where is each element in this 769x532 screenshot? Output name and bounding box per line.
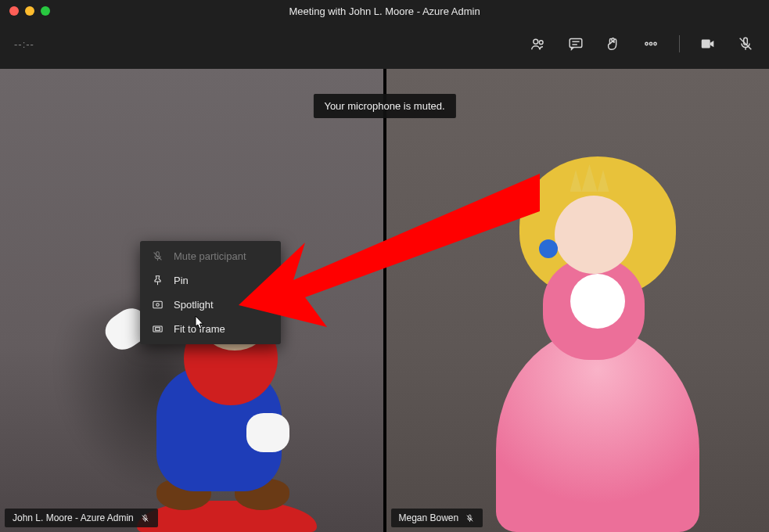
spotlight-icon — [151, 298, 164, 311]
participant-name-1: Megan Bowen — [399, 512, 459, 523]
mute-toast: Your microphone is muted. — [313, 94, 455, 118]
meeting-timer: --:-- — [14, 38, 34, 50]
fit-frame-icon — [151, 322, 164, 336]
more-button[interactable] — [641, 34, 660, 53]
participant-name-pill-1: Megan Bowen — [391, 509, 483, 527]
participant-name-pill-0: John L. Moore - Azure Admin — [5, 509, 158, 527]
people-icon — [530, 35, 547, 52]
context-menu-item-mute: Mute participant — [140, 244, 281, 268]
pin-icon — [151, 274, 164, 287]
mic-muted-icon — [465, 513, 475, 523]
context-menu-label-mute: Mute participant — [174, 250, 246, 262]
svg-point-6 — [649, 42, 652, 45]
mute-toast-text: Your microphone is muted. — [324, 100, 444, 112]
more-icon — [642, 35, 659, 52]
app-window: Meeting with John L. Moore - Azure Admin… — [0, 0, 769, 532]
mic-muted-icon — [737, 35, 754, 52]
context-menu-label-pin: Pin — [174, 275, 189, 286]
participant-context-menu: Mute participant Pin Spotlight Fit to fr… — [140, 241, 281, 344]
svg-point-1 — [539, 41, 543, 45]
mic-off-icon — [151, 250, 164, 263]
svg-rect-2 — [570, 39, 582, 48]
window-title: Meeting with John L. Moore - Azure Admin — [0, 5, 769, 17]
chat-button[interactable] — [566, 34, 585, 53]
meeting-toolbar: --:-- — [0, 22, 769, 66]
camera-button[interactable] — [699, 34, 717, 53]
context-menu-label-fit-frame: Fit to frame — [174, 323, 225, 335]
window-maximize-button[interactable] — [41, 6, 50, 16]
video-grid: John L. Moore - Azure Admin Megan Bowen — [0, 69, 769, 532]
window-close-button[interactable] — [9, 6, 19, 16]
svg-point-7 — [654, 42, 656, 45]
context-menu-item-pin[interactable]: Pin — [140, 268, 281, 293]
svg-point-0 — [534, 39, 538, 44]
window-controls — [0, 6, 50, 16]
participant-tile-1[interactable]: Megan Bowen — [386, 69, 770, 532]
mic-muted-icon — [140, 513, 150, 523]
raise-hand-button[interactable] — [604, 34, 623, 53]
toolbar-divider — [679, 35, 680, 52]
svg-point-22 — [156, 304, 160, 307]
svg-rect-23 — [153, 326, 162, 332]
context-menu-label-spotlight: Spotlight — [174, 299, 214, 311]
participant-name-0: John L. Moore - Azure Admin — [13, 512, 134, 523]
toolbar-buttons — [529, 34, 755, 53]
context-menu-item-fit-frame[interactable]: Fit to frame — [140, 317, 281, 341]
svg-rect-21 — [153, 301, 162, 308]
window-minimize-button[interactable] — [25, 6, 34, 16]
camera-icon — [699, 35, 717, 52]
titlebar: Meeting with John L. Moore - Azure Admin — [0, 0, 769, 22]
people-button[interactable] — [529, 34, 548, 53]
svg-rect-24 — [156, 328, 160, 331]
svg-point-5 — [645, 42, 648, 45]
participant-video-1 — [386, 69, 770, 532]
raise-hand-icon — [605, 35, 622, 52]
context-menu-item-spotlight[interactable]: Spotlight — [140, 293, 281, 317]
mic-button[interactable] — [736, 34, 755, 53]
chat-icon — [567, 35, 584, 52]
